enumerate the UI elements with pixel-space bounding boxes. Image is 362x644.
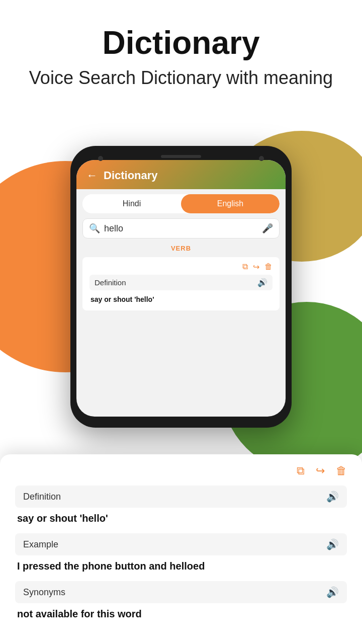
- delete-icon[interactable]: 🗑: [264, 262, 273, 272]
- search-value[interactable]: hello: [104, 223, 258, 234]
- share-icon-bottom[interactable]: ↪: [316, 464, 325, 477]
- definition-section-label: Definition 🔊: [15, 486, 347, 508]
- example-audio-icon[interactable]: 🔊: [326, 538, 339, 550]
- phone-frame: ← Dictionary Hindi English 🔍 hello 🎤 VER…: [70, 146, 292, 428]
- phone-mockup: ← Dictionary Hindi English 🔍 hello 🎤 VER…: [70, 146, 292, 428]
- language-tabs: Hindi English: [82, 194, 280, 213]
- example-content-text: I pressed the phone button and helloed: [15, 560, 347, 572]
- tab-english[interactable]: English: [181, 194, 280, 213]
- app-title: Dictionary: [20, 25, 342, 60]
- header-section: Dictionary Voice Search Dictionary with …: [0, 0, 362, 100]
- copy-icon-bottom[interactable]: ⧉: [297, 464, 305, 477]
- definition-label-row: Definition 🔊: [89, 275, 273, 290]
- synonyms-label: Synonyms: [23, 587, 65, 598]
- definition-content-text: say or shout 'hello': [15, 513, 347, 524]
- phone-camera-right: [259, 156, 264, 161]
- example-section-label: Example 🔊: [15, 533, 347, 555]
- result-card: ⧉ ↪ 🗑 Definition 🔊 say or shout 'hello': [82, 257, 280, 310]
- delete-icon-bottom[interactable]: 🗑: [336, 464, 347, 477]
- audio-icon[interactable]: 🔊: [257, 278, 267, 287]
- synonyms-audio-icon[interactable]: 🔊: [326, 586, 339, 598]
- definition-label-text: Definition: [95, 278, 126, 287]
- synonyms-section-label: Synonyms 🔊: [15, 581, 347, 603]
- definition-audio-icon[interactable]: 🔊: [326, 491, 339, 503]
- synonyms-content-text: not available for this word: [15, 608, 347, 620]
- word-type-label: VERB: [76, 243, 286, 254]
- tab-hindi[interactable]: Hindi: [82, 194, 181, 213]
- bottom-card-actions: ⧉ ↪ 🗑: [15, 464, 347, 477]
- phone-app-title: Dictionary: [104, 169, 158, 182]
- definition-content: say or shout 'hello': [89, 293, 273, 305]
- bottom-card: ⧉ ↪ 🗑 Definition 🔊 say or shout 'hello' …: [0, 454, 362, 644]
- phone-header: ← Dictionary: [76, 160, 286, 189]
- example-label: Example: [23, 539, 58, 550]
- back-icon[interactable]: ←: [86, 169, 98, 182]
- search-icon: 🔍: [89, 223, 100, 234]
- phone-speaker: [161, 155, 201, 158]
- mic-icon[interactable]: 🎤: [262, 223, 273, 234]
- definition-label: Definition: [23, 492, 61, 502]
- card-actions: ⧉ ↪ 🗑: [89, 262, 273, 272]
- copy-icon[interactable]: ⧉: [242, 262, 248, 272]
- phone-notch: [76, 152, 286, 160]
- share-icon[interactable]: ↪: [253, 262, 259, 272]
- phone-camera-left: [98, 156, 103, 161]
- search-box: 🔍 hello 🎤: [82, 218, 280, 238]
- app-subtitle: Voice Search Dictionary with meaning: [20, 66, 342, 90]
- phone-screen: ← Dictionary Hindi English 🔍 hello 🎤 VER…: [76, 160, 286, 417]
